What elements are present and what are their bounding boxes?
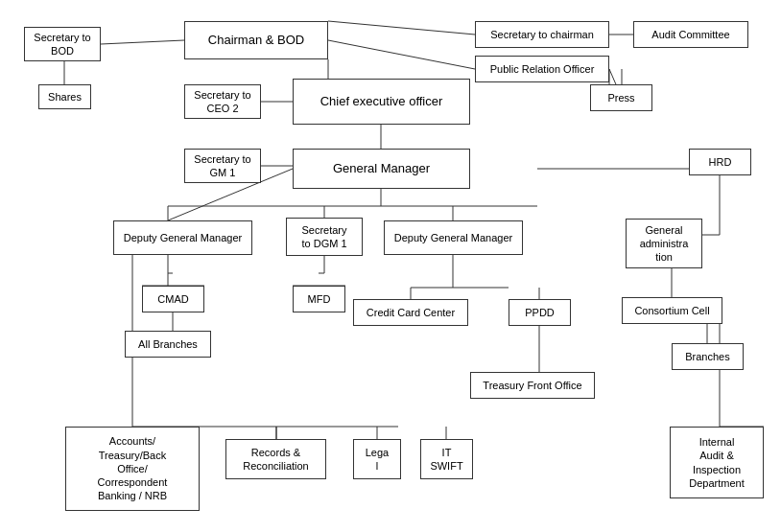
secretary-gm1: Secretary to GM 1 xyxy=(184,149,261,183)
svg-line-2 xyxy=(328,21,475,35)
all-branches: All Branches xyxy=(125,331,211,358)
shares: Shares xyxy=(38,84,91,109)
it-swift: IT SWIFT xyxy=(420,439,473,479)
hrd: HRD xyxy=(689,149,751,175)
records-reconciliation: Records & Reconciliation xyxy=(225,439,326,479)
svg-line-3 xyxy=(328,40,475,69)
consortium-cell: Consortium Cell xyxy=(622,297,722,324)
cmad: CMAD xyxy=(142,286,204,312)
legal: Lega l xyxy=(353,439,401,479)
secretary-to-chairman: Secretary to chairman xyxy=(475,21,609,48)
ppdd: PPDD xyxy=(509,299,571,326)
treasury-front-office: Treasury Front Office xyxy=(470,372,595,399)
ceo: Chief executive officer xyxy=(293,79,470,125)
org-chart: Secretary to BODSharesChairman & BODSecr… xyxy=(0,0,781,532)
accounts-treasury: Accounts/ Treasury/Back Office/ Correspo… xyxy=(65,427,200,511)
audit-committee: Audit Committee xyxy=(633,21,748,48)
general-admin: General administra tion xyxy=(626,219,702,268)
branches: Branches xyxy=(672,343,744,370)
credit-card-center: Credit Card Center xyxy=(353,299,468,326)
internal-audit: Internal Audit & Inspection Department xyxy=(670,427,764,498)
mfd: MFD xyxy=(293,286,345,312)
secretary-ceo2: Secretary to CEO 2 xyxy=(184,84,261,119)
press: Press xyxy=(590,84,652,111)
svg-line-0 xyxy=(101,40,184,44)
chairman: Chairman & BOD xyxy=(184,21,328,59)
secretary-dgm1: Secretary to DGM 1 xyxy=(286,218,363,256)
public-relation: Public Relation Officer xyxy=(475,56,609,82)
deputy-gm-left: Deputy General Manager xyxy=(113,220,252,255)
deputy-gm-right: Deputy General Manager xyxy=(384,220,523,255)
secretary-bod: Secretary to BOD xyxy=(24,27,101,61)
general-manager: General Manager xyxy=(293,149,470,189)
